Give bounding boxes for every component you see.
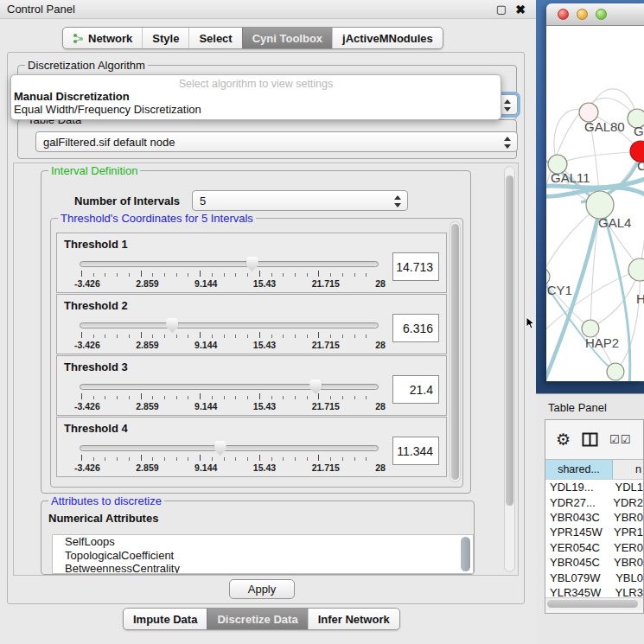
tab-select[interactable]: Select [188, 28, 241, 48]
table-row[interactable]: YER054CYER0 [545, 540, 643, 555]
minimize-traffic-light-icon[interactable] [577, 9, 588, 20]
close-icon[interactable]: ✖ [515, 3, 526, 16]
table-row[interactable]: YLR345WYLR3 [545, 585, 643, 597]
tick-label: 15.43 [253, 278, 276, 289]
network-window-titlebar[interactable] [546, 3, 644, 26]
apply-button[interactable]: Apply [229, 579, 295, 599]
cyni-toolbox-panel: Discretization Algorithm Select algorith… [7, 52, 525, 604]
threshold-value-field[interactable]: 11.344 [392, 437, 439, 465]
split-columns-icon[interactable] [582, 432, 598, 447]
control-panel-title: Control Panel [7, 3, 75, 16]
table-toolbar: ⚙ ☑☑ [545, 420, 643, 459]
threshold-value-field[interactable]: 6.316 [392, 314, 439, 342]
tick-label: 21.715 [312, 278, 340, 289]
slider-ticks [81, 455, 377, 461]
attributes-title: Attributes to discretize [48, 494, 164, 507]
tick-label: 28 [375, 462, 386, 473]
table-hscrollbar-thumb[interactable] [547, 600, 638, 608]
tab-discretize-data[interactable]: Discretize Data [207, 609, 307, 629]
threshold-slider[interactable]: -3.4262.8599.14415.4321.71528 [80, 442, 379, 475]
slider-thumb-icon[interactable] [166, 318, 178, 333]
node-table: ⚙ ☑☑ shared... n YDL19...YDL1YDR27...YDR… [545, 419, 644, 614]
float-window-icon[interactable]: ▢ [496, 3, 507, 16]
network-node-h[interactable] [628, 258, 644, 281]
top-tab-bar: NetworkStyleSelectCyni ToolboxjActiveMNo… [62, 27, 443, 49]
cell-name: YDR2 [606, 496, 643, 509]
table-row[interactable]: YBL079WYBL0 [545, 570, 643, 584]
threshold-label: Threshold 1 [64, 238, 128, 251]
gear-icon[interactable]: ⚙ [556, 431, 571, 448]
slider-scale: -3.4262.8599.14415.4321.71528 [74, 462, 386, 473]
select-columns-icon[interactable]: ☑☑ [609, 433, 631, 446]
table-row[interactable]: YBR045CYBR0 [545, 555, 643, 570]
attributes-scrollbar-thumb[interactable] [461, 537, 470, 571]
slider-thumb-icon[interactable] [309, 379, 322, 394]
attribute-item-betweennesscentrality[interactable]: BetweennessCentrality [53, 562, 473, 574]
numerical-attributes-list[interactable]: SelfLoopsTopologicalCoefficientBetweenne… [52, 534, 474, 574]
table-row[interactable]: YDL19...YDL1 [545, 480, 643, 494]
combo-stepper-icon [503, 136, 511, 150]
cell-name: YER0 [607, 541, 643, 554]
slider-thumb-icon[interactable] [214, 441, 226, 456]
threshold-value-field[interactable]: 21.4 [392, 375, 439, 404]
zoom-traffic-light-icon[interactable] [596, 9, 607, 20]
tick-label: 2.859 [136, 401, 158, 411]
slider-track[interactable] [80, 322, 379, 328]
slider-track[interactable] [80, 261, 379, 267]
table-row[interactable]: YBR043CYBR0 [545, 510, 643, 525]
tab-impute-data[interactable]: Impute Data [124, 609, 207, 629]
discretization-algorithm-title: Discretization Algorithm [25, 59, 148, 72]
cell-name: YBR0 [607, 511, 643, 524]
number-of-intervals-combobox[interactable]: 5 [192, 190, 408, 211]
cell-name: YBL0 [609, 571, 643, 584]
node-label-ga: GA [634, 124, 644, 138]
bottom-tab-bar: Impute DataDiscretize DataInfer Network [123, 608, 400, 630]
close-traffic-light-icon[interactable] [558, 9, 569, 20]
threshold-value-field[interactable]: 14.713 [392, 252, 439, 281]
tab-style[interactable]: Style [142, 28, 188, 48]
mouse-cursor [526, 316, 535, 330]
thresholds-scrollbar[interactable] [450, 221, 461, 482]
column-header-shared-name[interactable]: shared... [545, 460, 613, 479]
table-panel: Table Panel ⚙ ☑☑ shared... n YDL19...YDL… [536, 393, 644, 644]
thresholds-scrollbar-thumb[interactable] [451, 224, 459, 480]
column-header-name[interactable]: n [613, 460, 643, 479]
slider-track[interactable] [80, 445, 379, 451]
attribute-item-selfloops[interactable]: SelfLoops [53, 535, 473, 549]
slider-track[interactable] [80, 384, 379, 390]
tab-jactivemnodules[interactable]: jActiveMNodules [332, 28, 443, 48]
network-node-hap2[interactable] [582, 320, 599, 337]
tab-label: Network [88, 32, 132, 45]
slider-scale: -3.4262.8599.14415.4321.71528 [74, 401, 386, 411]
table-horizontal-scrollbar[interactable] [545, 597, 643, 610]
threshold-slider[interactable]: -3.4262.8599.14415.4321.71528 [80, 380, 379, 413]
cell-shared-name: YBR045C [545, 556, 607, 569]
tab-cyni-toolbox[interactable]: Cyni Toolbox [242, 28, 332, 48]
algorithm-option-equal-width-frequency-discretization[interactable]: Equal Width/Frequency Discretization [11, 103, 501, 116]
tick-label: -3.426 [74, 278, 100, 289]
outer-scrollbar-thumb[interactable] [506, 175, 513, 506]
network-node[interactable] [607, 363, 624, 380]
tab-label: Infer Network [318, 613, 390, 626]
network-canvas[interactable]: GAL80GACGAL11GAL4GCY1HHAP2 [546, 26, 644, 381]
outer-scrollbar[interactable] [504, 166, 515, 572]
cell-shared-name: YBL079W [545, 571, 609, 584]
tab-infer-network[interactable]: Infer Network [308, 609, 399, 629]
table-row[interactable]: YPR145WYPR1 [545, 525, 643, 539]
slider-ticks [81, 393, 377, 399]
node-label-c: C [637, 158, 644, 173]
cell-shared-name: YDR27... [545, 496, 606, 509]
attribute-item-topologicalcoefficient[interactable]: TopologicalCoefficient [53, 549, 473, 563]
slider-thumb-icon[interactable] [246, 257, 258, 271]
table-row[interactable]: YDR27...YDR2 [545, 494, 643, 509]
tick-label: 9.144 [194, 278, 217, 289]
tick-label: 21.715 [312, 401, 340, 411]
tick-label: 28 [375, 401, 386, 411]
threshold-row-threshold-1: Threshold 1-3.4262.8599.14415.4321.71528… [56, 233, 447, 293]
tab-network[interactable]: Network [63, 28, 142, 48]
threshold-slider[interactable]: -3.4262.8599.14415.4321.71528 [80, 319, 379, 352]
table-data-combobox[interactable]: galFiltered.sif default node [35, 131, 518, 152]
thresholds-title: Threshold's Coordinates for 5 Intervals [58, 212, 256, 225]
threshold-slider[interactable]: -3.4262.8599.14415.4321.71528 [80, 258, 379, 290]
algorithm-option-manual-discretization[interactable]: Manual Discretization [11, 90, 501, 103]
